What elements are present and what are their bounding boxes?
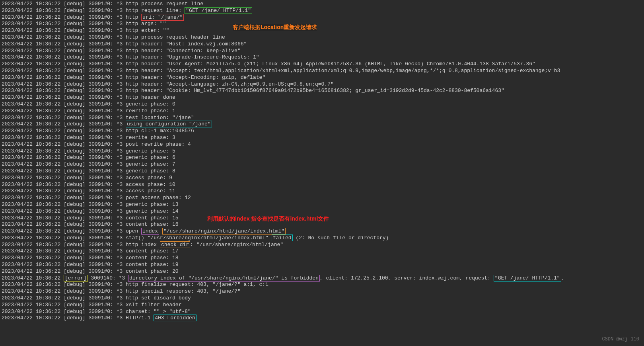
log-line: 2023/04/22 10:36:22 [debug] 30091#0: *3 …	[2, 48, 642, 55]
log-line: 2023/04/22 10:36:22 [debug] 30091#0: *3 …	[2, 188, 642, 195]
log-line: 2023/04/22 10:36:22 [debug] 30091#0: *3 …	[2, 302, 642, 309]
log-line: 2023/04/22 10:36:22 [debug] 30091#0: *3 …	[2, 235, 642, 242]
log-line: 2023/04/22 10:36:22 [debug] 30091#0: *3 …	[2, 41, 642, 48]
log-line: 2023/04/22 10:36:22 [debug] 30091#0: *3 …	[2, 288, 642, 295]
log-line: 2023/04/22 10:36:22 [debug] 30091#0: *3 …	[2, 148, 642, 155]
log-line: 2023/04/22 10:36:22 [debug] 30091#0: *3 …	[2, 54, 642, 61]
log-line: 2023/04/22 10:36:22 [debug] 30091#0: *3 …	[2, 74, 642, 81]
highlight: [error]	[64, 275, 88, 281]
log-line: 2023/04/22 10:36:22 [debug] 30091#0: *3 …	[2, 81, 642, 88]
log-line: 2023/04/22 10:36:22 [debug] 30091#0: *3 …	[2, 228, 642, 235]
watermark: CSDN @wzj_110	[602, 336, 639, 343]
highlight: "GET /jane/ HTTP/1.1"	[494, 275, 561, 281]
log-line: 2023/04/22 10:36:22 [debug] 30091#0: *3 …	[2, 255, 642, 262]
log-line: 2023/04/22 10:36:22 [debug] 30091#0: *3 …	[2, 268, 642, 275]
log-line: 2023/04/22 10:36:22 [debug] 30091#0: *3 …	[2, 141, 642, 148]
log-line: 2023/04/22 10:36:22 [debug] 30091#0: *3 …	[2, 281, 642, 288]
highlight: uri: "/jane/"	[141, 14, 184, 21]
log-line: 2023/04/22 10:36:22 [debug] 30091#0: *3 …	[2, 128, 642, 135]
log-line: 2023/04/22 10:36:22 [debug] 30091#0: *3 …	[2, 248, 642, 255]
log-line: 2023/04/22 10:36:22 [debug] 30091#0: *3 …	[2, 309, 642, 315]
log-line: 2023/04/22 10:36:22 [debug] 30091#0: *3 …	[2, 242, 642, 248]
log-line: 2023/04/22 10:36:22 [debug] 30091#0: *3 …	[2, 68, 642, 74]
log-line: 2023/04/22 10:36:22 [debug] 30091#0: *3 …	[2, 154, 642, 161]
highlight: index	[141, 228, 159, 235]
highlight: "GET /jane/ HTTP/1.1"	[185, 7, 252, 14]
log-line: 2023/04/22 10:36:22 [debug] 30091#0: *3 …	[2, 1, 642, 8]
log-line: 2023/04/22 10:36:22 [debug] 30091#0: *3 …	[2, 8, 642, 14]
log-line: 2023/04/22 10:36:22 [debug] 30091#0: *3 …	[2, 262, 642, 268]
log-line: 2023/04/22 10:36:22 [debug] 30091#0: *3 …	[2, 161, 642, 168]
log-line: 2023/04/22 10:36:22 [debug] 30091#0: *3 …	[2, 61, 642, 68]
log-line: 2023/04/22 10:36:22 [debug] 30091#0: *3 …	[2, 295, 642, 302]
annotation-orange: 客户端根据Location重新发起请求	[233, 24, 317, 31]
log-line: 2023/04/22 10:36:22 [debug] 30091#0: *3 …	[2, 175, 642, 182]
log-line: 2023/04/22 10:36:22 [debug] 30091#0: *3 …	[2, 121, 642, 128]
log-line: 2023/04/22 10:36:22 [debug] 30091#0: *3 …	[2, 34, 642, 41]
highlight: 403 Forbidden	[154, 315, 196, 321]
log-line: 2023/04/22 10:36:22 [error] 30091#0: *3 …	[2, 275, 642, 282]
log-line: 2023/04/22 10:36:22 [debug] 30091#0: *3 …	[2, 21, 642, 27]
log-line: 2023/04/22 10:36:22 [debug] 30091#0: *3 …	[2, 115, 642, 121]
highlight: directory index of "/usr/share/nginx/htm…	[128, 275, 320, 281]
log-line: 2023/04/22 10:36:22 [debug] 30091#0: *3 …	[2, 315, 642, 322]
highlight: using configuration "/jane"	[126, 121, 212, 127]
highlight: failed	[272, 235, 293, 241]
annotation-red: 利用默认的index 指令查找是否有index.html文件	[207, 215, 329, 222]
log-line: 2023/04/22 10:36:22 [debug] 30091#0: *3 …	[2, 88, 642, 94]
highlight: check dir	[160, 241, 190, 248]
log-line: 2023/04/22 10:36:22 [debug] 30091#0: *3 …	[2, 201, 642, 208]
highlight: "/usr/share/nginx/html/jane/index.html"	[162, 228, 286, 235]
log-line: 2023/04/22 10:36:22 [debug] 30091#0: *3 …	[2, 168, 642, 175]
log-line: 2023/04/22 10:36:22 [debug] 30091#0: *3 …	[2, 27, 642, 34]
log-line: 2023/04/22 10:36:22 [debug] 30091#0: *3 …	[2, 108, 642, 115]
log-line: 2023/04/22 10:36:22 [debug] 30091#0: *3 …	[2, 208, 642, 215]
log-line: 2023/04/22 10:36:22 [debug] 30091#0: *3 …	[2, 14, 642, 21]
log-line: 2023/04/22 10:36:22 [debug] 30091#0: *3 …	[2, 94, 642, 101]
log-line: 2023/04/22 10:36:22 [debug] 30091#0: *3 …	[2, 135, 642, 141]
log-line: 2023/04/22 10:36:22 [debug] 30091#0: *3 …	[2, 101, 642, 108]
log-line: 2023/04/22 10:36:22 [debug] 30091#0: *3 …	[2, 182, 642, 188]
log-line: 2023/04/22 10:36:22 [debug] 30091#0: *3 …	[2, 221, 642, 228]
debug-log: 2023/04/22 10:36:22 [debug] 30091#0: *3 …	[0, 0, 644, 323]
log-line: 2023/04/22 10:36:22 [debug] 30091#0: *3 …	[2, 195, 642, 201]
